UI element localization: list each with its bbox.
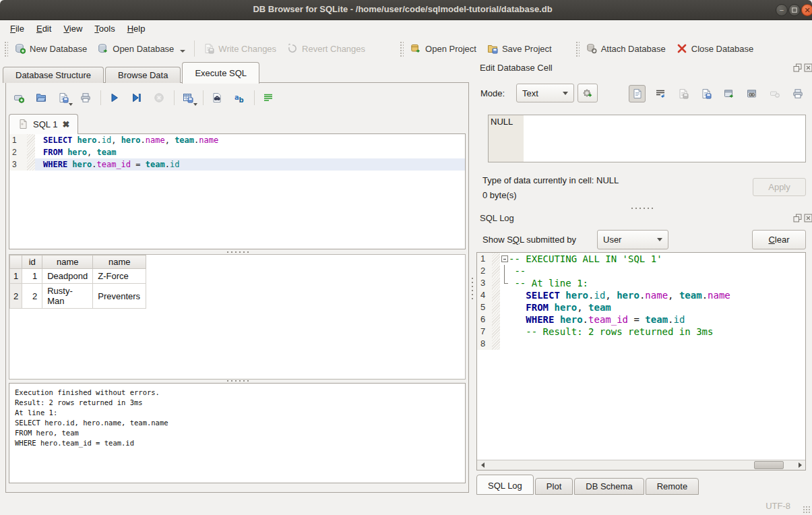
mode-select[interactable]: Text bbox=[516, 84, 574, 102]
tab-database-structure[interactable]: Database Structure bbox=[3, 67, 104, 83]
table-cell[interactable]: Z-Force bbox=[93, 269, 146, 284]
word-wrap-cell-icon bbox=[655, 88, 666, 99]
execute-all-button[interactable] bbox=[106, 89, 123, 107]
auto-switch-mode-button[interactable] bbox=[577, 84, 598, 102]
find-button[interactable] bbox=[208, 89, 226, 107]
log-line: 2 -- bbox=[477, 265, 805, 277]
menu-tools[interactable]: Tools bbox=[88, 22, 121, 35]
word-wrap-cell-button[interactable] bbox=[652, 85, 668, 102]
text-document-button[interactable] bbox=[629, 85, 646, 102]
scroll-right-icon[interactable] bbox=[794, 460, 805, 470]
line-number: 1 bbox=[9, 134, 27, 146]
menu-file[interactable]: File bbox=[4, 22, 30, 35]
find-icon bbox=[212, 92, 222, 103]
toolbar-drag-handle[interactable] bbox=[3, 40, 8, 57]
open-sql-tab-button[interactable] bbox=[10, 89, 28, 107]
tab-browse-data[interactable]: Browse Data bbox=[105, 67, 181, 83]
toolbar-separator bbox=[203, 90, 204, 105]
toolbar-drag-handle[interactable] bbox=[399, 40, 404, 57]
close-panel-icon[interactable] bbox=[804, 214, 812, 222]
toolbar-button-label: Open Database bbox=[113, 44, 174, 54]
table-cell[interactable]: Preventers bbox=[93, 284, 146, 309]
tab-plot[interactable]: Plot bbox=[535, 478, 573, 495]
new-database-button[interactable]: New Database bbox=[9, 40, 92, 57]
word-wrap-button[interactable] bbox=[259, 89, 277, 107]
export-data-button[interactable] bbox=[697, 85, 714, 102]
line-number: 3 bbox=[9, 158, 27, 171]
log-filter-select[interactable]: User bbox=[597, 230, 668, 249]
splitter-main-vertical[interactable] bbox=[470, 82, 474, 493]
splitter-results-message[interactable] bbox=[9, 378, 466, 383]
close-database-icon bbox=[677, 43, 687, 54]
save-sql-file-button[interactable] bbox=[55, 89, 72, 107]
execution-status-box[interactable]: Execution finished without errors. Resul… bbox=[9, 383, 466, 483]
splitter-docks[interactable] bbox=[476, 206, 806, 210]
sql-editor[interactable]: 1SELECT hero.id, hero.name, team.name2FR… bbox=[9, 133, 466, 249]
column-header-name-1[interactable]: name bbox=[42, 255, 93, 269]
scroll-left-icon[interactable] bbox=[477, 460, 488, 470]
clear-log-button[interactable]: Clear bbox=[752, 230, 806, 249]
autocomplete-button[interactable]: ab bbox=[230, 89, 248, 107]
splitter-editor-results[interactable] bbox=[9, 249, 466, 254]
tab-remote[interactable]: Remote bbox=[646, 478, 699, 495]
new-database-icon bbox=[15, 43, 26, 54]
chevron-down-icon[interactable] bbox=[180, 50, 185, 53]
close-button-icon[interactable]: ✕ bbox=[801, 4, 812, 16]
menu-view[interactable]: View bbox=[57, 22, 88, 35]
write-changes-button: Write Changes bbox=[198, 40, 282, 57]
open-external-button[interactable] bbox=[720, 85, 737, 102]
chevron-down-icon[interactable] bbox=[193, 103, 197, 106]
tab-sql-log[interactable]: SQL Log bbox=[476, 475, 534, 495]
resize-grip[interactable] bbox=[803, 506, 811, 514]
open-project-button[interactable]: Open Project bbox=[405, 40, 482, 57]
log-line-text: WHERE hero.team_id = team.id bbox=[509, 313, 805, 326]
save-project-button[interactable]: Save Project bbox=[482, 40, 557, 57]
table-cell[interactable]: Rusty-Man bbox=[42, 284, 93, 309]
close-panel-icon[interactable] bbox=[804, 63, 812, 72]
log-horizontal-scrollbar[interactable] bbox=[477, 460, 805, 470]
results-corner-cell[interactable] bbox=[10, 255, 22, 269]
column-header-id-0[interactable]: id bbox=[22, 255, 42, 269]
close-database-button[interactable]: Close Database bbox=[671, 40, 759, 57]
menu-edit[interactable]: Edit bbox=[30, 22, 57, 35]
maximize-button-icon[interactable] bbox=[788, 4, 801, 16]
close-tab-icon[interactable]: ✖ bbox=[62, 119, 69, 129]
print-button[interactable] bbox=[77, 89, 94, 107]
toolbar-drag-handle[interactable] bbox=[575, 40, 580, 57]
editor-line-text[interactable]: FROM hero, team bbox=[35, 146, 465, 158]
float-panel-icon[interactable] bbox=[793, 63, 802, 72]
cell-value-editor[interactable]: NULL bbox=[488, 115, 806, 162]
line-number: 7 bbox=[477, 326, 492, 338]
minimize-button-icon[interactable]: − bbox=[776, 4, 788, 16]
open-sql-file-button[interactable] bbox=[32, 89, 50, 107]
sql-doc-tab[interactable]: SQL 1 ✖ bbox=[9, 114, 78, 134]
float-panel-icon[interactable] bbox=[793, 214, 802, 222]
editor-line-text[interactable]: SELECT hero.id, hero.name, team.name bbox=[35, 134, 465, 146]
sql-log-view[interactable]: 1-- EXECUTING ALL IN 'SQL 1'2 --3 -- At … bbox=[476, 252, 806, 471]
fold-collapse-icon[interactable] bbox=[500, 253, 509, 265]
print-cell-button[interactable] bbox=[789, 85, 806, 102]
tab-db-schema[interactable]: DB Schema bbox=[574, 478, 644, 495]
table-cell[interactable]: 1 bbox=[22, 269, 42, 284]
editor-line-text[interactable]: WHERE hero.team_id = team.id bbox=[35, 158, 465, 171]
execute-line-button[interactable] bbox=[128, 89, 146, 107]
scrollbar-thumb[interactable] bbox=[754, 461, 784, 469]
gutter-hatch bbox=[492, 313, 500, 326]
open-project-icon bbox=[410, 43, 421, 54]
tab-execute-sql[interactable]: Execute SQL bbox=[182, 62, 259, 84]
table-cell[interactable]: 2 bbox=[22, 284, 42, 309]
save-results-button[interactable] bbox=[179, 89, 197, 107]
log-line-text: -- bbox=[509, 265, 805, 277]
app-window: DB Browser for SQLite - /home/user/code/… bbox=[0, 0, 812, 515]
open-database-button[interactable]: Open Database bbox=[92, 40, 191, 57]
chevron-down-icon[interactable] bbox=[69, 103, 73, 106]
column-header-name-2[interactable]: name bbox=[93, 255, 146, 269]
menu-help[interactable]: Help bbox=[121, 22, 152, 35]
gutter-hatch bbox=[492, 265, 500, 277]
row-header[interactable]: 1 bbox=[10, 269, 22, 284]
attach-database-button[interactable]: Attach Database bbox=[581, 40, 671, 57]
table-cell[interactable]: Deadpond bbox=[42, 269, 93, 284]
row-header[interactable]: 2 bbox=[10, 284, 22, 309]
titlebar[interactable]: DB Browser for SQLite - /home/user/code/… bbox=[0, 0, 812, 20]
open-url-button[interactable] bbox=[743, 85, 760, 102]
